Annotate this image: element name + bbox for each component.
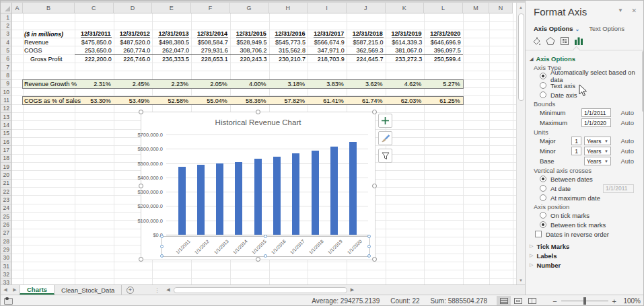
table-cell[interactable]: $587,215.0 (347, 39, 386, 46)
row-header[interactable]: 12 (1, 105, 12, 113)
table-cell[interactable]: 226,746.0 (114, 56, 153, 63)
row-header[interactable]: 13 (1, 113, 12, 121)
normal-view-button[interactable] (497, 296, 511, 306)
major-unit-select[interactable]: Years▼ (584, 137, 611, 145)
table-cell[interactable]: 2.05% (190, 81, 229, 87)
column-header[interactable]: K (386, 3, 425, 13)
axis-selection-handle[interactable] (367, 235, 371, 238)
row-header[interactable]: 4 (1, 38, 12, 46)
chart-filters-button[interactable] (378, 149, 392, 163)
column-header[interactable]: M (463, 3, 489, 13)
table-cell[interactable]: 61.25% (423, 98, 462, 104)
table-cell[interactable]: 381,067.0 (386, 47, 425, 54)
row-header[interactable]: 9 (1, 80, 12, 88)
table-cell[interactable]: $545,773.5 (269, 39, 308, 46)
chart-bar[interactable] (273, 157, 281, 235)
cogs-pct-row[interactable]: COGS as % of Sales53.30%53.49%52.58%55.0… (22, 96, 464, 106)
table-cell[interactable]: $614,339.3 (386, 39, 425, 46)
table-cell[interactable]: 396,097.5 (424, 47, 463, 54)
chart-bar[interactable] (178, 167, 186, 235)
chart-plot-area[interactable]: $0.0$100,000.0$200,000.0$300,000.0$400,0… (166, 135, 368, 235)
chart-bar[interactable] (235, 162, 242, 235)
table-cell[interactable]: 250,599.4 (424, 56, 463, 63)
select-all-corner[interactable] (1, 3, 12, 13)
radio-on-tick-marks[interactable]: On tick marks (540, 211, 644, 220)
table-cell[interactable]: 62.03% (385, 98, 424, 104)
base-unit-select[interactable]: Years▼ (584, 157, 611, 165)
panel-close-icon[interactable]: ✕ (631, 7, 637, 14)
horizontal-scrollbar[interactable]: ⋮ ◀ ▶ (154, 285, 526, 295)
row-header[interactable]: 26 (1, 221, 12, 229)
chart-bar[interactable] (254, 159, 262, 235)
at-date-input[interactable]: 1/1/2011 (603, 184, 634, 193)
table-cell[interactable]: 5.27% (423, 81, 462, 87)
zoom-level[interactable]: 100% (620, 297, 644, 305)
radio-at-maximum-date[interactable]: At maximum date (540, 193, 644, 202)
tab-splitter[interactable]: ⋮ (154, 287, 160, 293)
table-cell[interactable]: 12/31/2011 (75, 30, 114, 38)
table-cell[interactable]: 12/31/2016 (269, 30, 308, 38)
zoom-in-button[interactable]: + (608, 297, 620, 305)
row-header[interactable]: 28 (1, 237, 12, 245)
table-cell[interactable]: 2.45% (113, 81, 152, 87)
table-cell[interactable]: 230,210.7 (269, 56, 308, 63)
row-header[interactable]: 33 (1, 279, 12, 285)
table-cell[interactable]: 57.82% (268, 98, 307, 104)
table-cell[interactable]: 61.74% (346, 98, 385, 104)
checkbox-dates-reverse[interactable]: Dates in reverse order (535, 229, 644, 239)
table-cell[interactable]: 233,272.3 (386, 56, 425, 63)
chart-resize-handle[interactable] (139, 110, 143, 114)
table-cell[interactable]: $487,520.0 (114, 39, 153, 46)
row-header[interactable]: 21 (1, 180, 12, 188)
row-header[interactable]: 19 (1, 163, 12, 171)
scroll-down-icon[interactable]: ▼ (517, 276, 525, 284)
chart-bar[interactable] (330, 147, 338, 235)
table-cell[interactable]: 262,047.0 (152, 47, 191, 54)
table-cell[interactable]: $508,584.7 (191, 39, 230, 46)
radio-between-tick-marks[interactable]: Between tick marks (540, 220, 644, 229)
chart-bar[interactable] (312, 151, 319, 235)
section-labels[interactable]: ▷Labels (530, 251, 644, 260)
table-cell[interactable]: 12/31/2015 (230, 30, 269, 38)
table-cell[interactable]: 253,650.0 (75, 47, 114, 54)
section-axis-options[interactable]: ◢Axis Options (530, 54, 644, 63)
table-cell[interactable]: 218,703.9 (308, 56, 347, 63)
minor-unit-input[interactable]: 1 (571, 147, 581, 155)
tab-text-options[interactable]: Text Options (589, 25, 624, 32)
row-header[interactable]: 5 (1, 46, 12, 54)
table-cell[interactable]: 362,569.3 (347, 47, 386, 54)
row-header[interactable]: 7 (1, 63, 12, 71)
chart-bar[interactable] (197, 165, 205, 235)
table-cell[interactable]: 308,706.2 (230, 47, 269, 54)
table-cell[interactable]: 347,971.0 (308, 47, 347, 54)
macro-record-icon[interactable] (4, 298, 13, 305)
row-header[interactable]: 18 (1, 155, 12, 163)
cogs-row[interactable]: COGS253,650.0260,774.0262,047.0279,931.6… (23, 46, 463, 54)
fill-line-icon[interactable] (531, 36, 542, 46)
column-header[interactable]: F (191, 3, 230, 13)
row-header[interactable]: 27 (1, 229, 12, 237)
row-header[interactable]: 31 (1, 262, 12, 270)
vertical-scrollbar[interactable]: ▲ ▼ (516, 3, 525, 284)
table-cell[interactable]: 52.58% (151, 98, 190, 104)
table-cell[interactable]: 12/31/2013 (152, 30, 191, 38)
table-cell[interactable]: 55.04% (190, 98, 229, 104)
table-cell[interactable]: 220,243.3 (230, 56, 269, 63)
maximum-input[interactable]: 1/1/2020 (581, 118, 611, 127)
page-break-view-button[interactable] (525, 296, 539, 306)
tab-scroll-right-icon[interactable]: ▶ (10, 285, 20, 295)
row-header[interactable]: 22 (1, 188, 12, 196)
table-cell[interactable]: 3.83% (307, 81, 346, 87)
table-cell[interactable]: 236,333.5 (152, 56, 191, 63)
axis-selection-handle[interactable] (264, 254, 267, 258)
table-cell[interactable]: $498,380.5 (152, 39, 191, 46)
column-header[interactable]: I (308, 3, 347, 13)
hscroll-right-icon[interactable]: ▶ (347, 287, 357, 293)
chart-bar[interactable] (216, 163, 223, 235)
row-header[interactable]: 14 (1, 121, 12, 129)
sheet-tab-charts[interactable]: Charts (20, 285, 55, 295)
dates-header-row[interactable]: ($ in millions)12/31/201112/31/201212/31… (23, 30, 463, 38)
table-cell[interactable]: $566,674.9 (308, 39, 347, 46)
row-header[interactable]: 3 (1, 30, 12, 38)
row-header[interactable]: 8 (1, 71, 12, 79)
